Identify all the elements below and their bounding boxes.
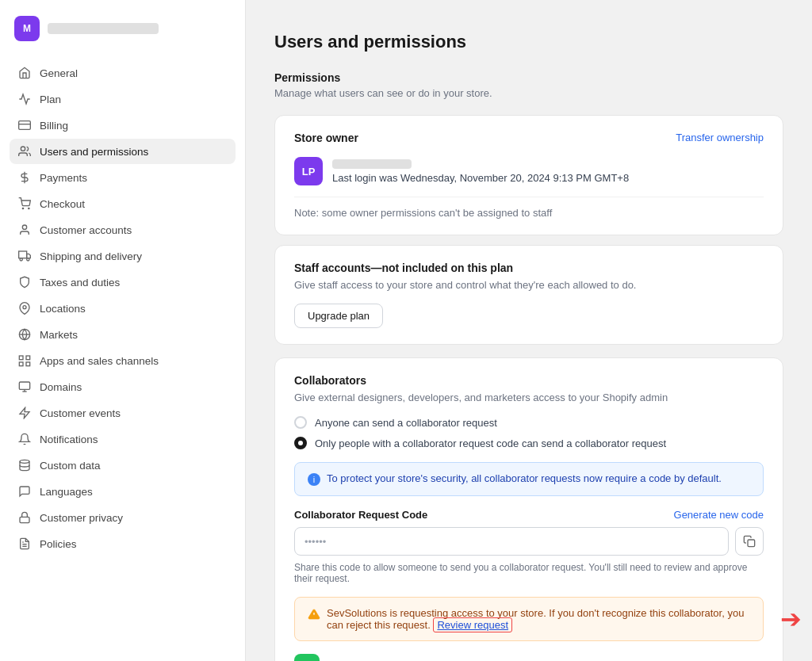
info-banner-text: To protect your store's security, all co… [327,472,722,484]
shipping-icon [17,249,32,263]
svg-rect-7 [19,251,27,258]
warning-icon [308,608,320,621]
store-owner-title: Store owner [294,132,358,144]
staff-title: Staff accounts—not included on this plan [294,262,764,274]
svg-point-5 [29,208,29,208]
billing-icon [17,118,32,132]
collaborators-card: Collaborators Give external designers, d… [274,357,783,661]
warning-text: SevSolutions is requesting access to you… [327,607,750,631]
plan-icon [17,92,32,106]
svg-rect-23 [20,517,29,522]
svg-point-11 [23,306,26,309]
svg-rect-26 [748,540,755,547]
collaborators-title: Collaborators [294,374,764,387]
svg-marker-8 [27,254,31,258]
sidebar-item-label-notifications: Notifications [40,434,98,445]
red-arrow-indicator: ➔ [780,604,802,634]
copy-code-button[interactable] [735,527,764,556]
code-helper-text: Share this code to allow someone to send… [294,562,764,584]
sidebar-item-label-markets: Markets [40,329,78,341]
apps-icon [17,353,32,368]
info-icon: i [308,473,320,486]
sidebar-item-customer-privacy[interactable]: Customer privacy [10,505,236,530]
users-icon [17,144,32,159]
store-icon [17,66,32,80]
copy-icon [743,535,756,548]
customer-accounts-icon [17,223,32,237]
svg-rect-18 [19,382,29,389]
sidebar-item-label-shipping: Shipping and delivery [40,250,142,262]
svg-point-10 [27,258,29,261]
radio-anyone-circle[interactable] [294,416,307,429]
sidebar-item-shipping[interactable]: Shipping and delivery [10,243,236,269]
page-title: Users and permissions [274,32,783,52]
sidebar-item-label-customer-events: Customer events [40,407,121,419]
sidebar-item-custom-data[interactable]: Custom data [10,453,236,478]
svg-point-2 [21,147,25,151]
sidebar-item-apps[interactable]: Apps and sales channels [10,348,236,373]
owner-last-login: Last login was Wednesday, November 20, 2… [332,172,629,184]
owner-avatar: LP [294,157,323,185]
pending-avatar: Se [294,654,320,661]
domains-icon [17,380,32,394]
sidebar-item-label-payments: Payments [40,172,87,184]
staff-accounts-card: Staff accounts—not included on this plan… [274,245,783,345]
permissions-title: Permissions [274,71,783,84]
sidebar-item-plan[interactable]: Plan [10,86,236,112]
store-owner-card: Store owner Transfer ownership LP Last l… [274,115,783,235]
sidebar-item-customer-events[interactable]: Customer events [10,400,236,426]
events-icon [17,406,32,420]
radio-code-only-label: Only people with a collaborator request … [315,437,666,449]
sidebar-item-taxes[interactable]: Taxes and duties [10,269,236,295]
notifications-icon [17,432,32,446]
sidebar-item-users[interactable]: Users and permissions [10,139,236,164]
sidebar-item-payments[interactable]: Payments [10,165,236,190]
radio-code-only[interactable]: Only people with a collaborator request … [294,437,764,449]
code-section: Collaborator Request Code Generate new c… [294,509,764,584]
main-content: Users and permissions Permissions Manage… [246,0,812,661]
sidebar-item-notifications[interactable]: Notifications [10,426,236,452]
svg-marker-21 [20,407,29,418]
sidebar-item-markets[interactable]: Markets [10,322,236,347]
sidebar-item-label-locations: Locations [40,303,86,315]
transfer-ownership-link[interactable]: Transfer ownership [676,132,764,143]
sidebar-item-policies[interactable]: Policies [10,531,236,556]
sidebar-item-label-general: General [40,67,78,79]
owner-name-blurred [332,159,412,169]
sidebar-item-locations[interactable]: Locations [10,296,236,321]
radio-anyone[interactable]: Anyone can send a collaborator request [294,416,764,429]
generate-new-code-link[interactable]: Generate new code [674,509,764,521]
svg-rect-14 [19,356,23,360]
sidebar-item-general[interactable]: General [10,60,236,86]
custom-data-icon [17,458,32,472]
sidebar-item-label-customer-privacy: Customer privacy [40,512,123,524]
sidebar-item-label-billing: Billing [40,120,68,132]
radio-anyone-label: Anyone can send a collaborator request [315,417,497,429]
sidebar-item-checkout[interactable]: Checkout [10,191,236,216]
upgrade-plan-button[interactable]: Upgrade plan [294,304,383,328]
policies-icon [17,537,32,551]
sidebar-item-billing[interactable]: Billing [10,113,236,138]
sidebar-header: M [10,13,236,44]
sidebar-item-label-custom-data: Custom data [40,460,101,472]
owner-info: LP Last login was Wednesday, November 20… [294,157,764,185]
code-label: Collaborator Request Code [294,509,427,521]
review-request-link[interactable]: Review request [433,617,512,632]
checkout-icon [17,197,32,211]
svg-point-6 [22,225,26,229]
sidebar-item-languages[interactable]: Languages [10,479,236,504]
sidebar-item-customer-accounts[interactable]: Customer accounts [10,217,236,243]
sidebar-item-label-customer-accounts: Customer accounts [40,224,132,236]
collaborators-subtitle: Give external designers, developers, and… [294,392,764,403]
code-input[interactable] [294,527,729,556]
sidebar-item-label-policies: Policies [40,538,77,550]
store-name-blurred [48,23,159,34]
sidebar-item-domains[interactable]: Domains [10,374,236,399]
languages-icon [17,484,32,499]
radio-code-only-circle[interactable] [294,437,307,449]
permissions-subtitle: Manage what users can see or do in your … [274,87,783,99]
svg-rect-17 [19,362,23,366]
svg-point-4 [22,208,23,208]
taxes-icon [17,275,32,289]
svg-rect-15 [26,356,30,360]
